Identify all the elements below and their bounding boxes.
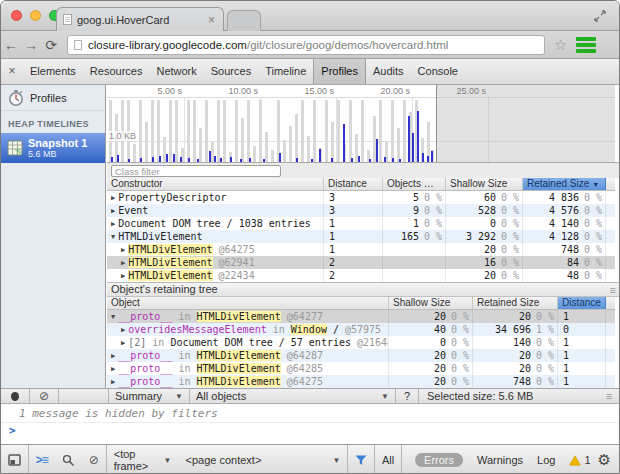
close-window-button[interactable]: [11, 10, 22, 21]
allocation-bar: [422, 153, 424, 162]
table-row[interactable]: ▼__proto__ in HTMLDivElement @64277200 %…: [107, 310, 615, 323]
frame-select[interactable]: <top frame> ▼: [107, 445, 179, 474]
resize-grip-icon[interactable]: ≡: [599, 390, 619, 402]
minimize-window-button[interactable]: [30, 10, 41, 21]
search-button[interactable]: [55, 445, 82, 474]
snapshot-name: Snapshot 1: [28, 137, 87, 149]
console-prompt[interactable]: >: [1, 423, 619, 439]
heap-size-bar: [295, 114, 298, 162]
console-toggle-button[interactable]: >≡: [29, 445, 55, 474]
allocation-bar: [417, 111, 419, 162]
class-filter-input[interactable]: [111, 165, 281, 177]
sidebar-item-snapshot-1[interactable]: % Snapshot 1 5.6 MB: [1, 133, 105, 163]
filter-log[interactable]: Log: [530, 445, 562, 474]
table-row[interactable]: ▶__proto__ in HTMLDivElement @64287200 %…: [107, 349, 615, 362]
heap-size-bar: [325, 100, 328, 162]
new-tab-button[interactable]: [227, 10, 261, 31]
chart-gridline: [184, 98, 185, 162]
column-distance[interactable]: Distance▲: [558, 297, 606, 309]
heap-size-bar: [301, 100, 304, 162]
bookmark-star-icon[interactable]: ☆: [554, 37, 567, 52]
heap-size-bar: [247, 100, 250, 162]
column-constructor[interactable]: Constructor: [107, 178, 324, 190]
heap-size-bar: [241, 118, 244, 162]
tab-elements[interactable]: Elements: [23, 59, 83, 84]
table-row[interactable]: ▶__proto__ in HTMLDivElement @64275200 %…: [107, 375, 615, 388]
table-row[interactable]: ▶HTMLDivElement @224342200 %480 %: [107, 269, 615, 282]
column-distance[interactable]: Distance: [324, 178, 383, 190]
column-object[interactable]: Object: [107, 297, 389, 309]
tab-audits[interactable]: Audits: [366, 59, 411, 84]
dock-side-button[interactable]: [1, 445, 28, 474]
heap-size-bar: [199, 128, 202, 162]
column-shallow-size[interactable]: Shallow Size: [389, 297, 473, 309]
clear-console-button[interactable]: ⊘: [82, 445, 106, 474]
ruler-tick-label: 10.00 s: [198, 86, 258, 96]
resize-grip-icon[interactable]: ≡: [610, 284, 616, 297]
view-mode-select[interactable]: Summary ▼: [109, 389, 189, 403]
tab-sources[interactable]: Sources: [204, 59, 258, 84]
forward-button[interactable]: →: [21, 35, 41, 55]
sort-descending-icon: ▼: [592, 181, 599, 188]
chevron-down-icon: ▼: [164, 456, 172, 465]
fullscreen-arrows-icon[interactable]: [593, 9, 607, 23]
url-domain: closure-library.googlecode.com: [88, 39, 247, 51]
column-objects[interactable]: Objects …: [383, 178, 446, 190]
heap-size-bar: [265, 132, 268, 162]
tab-console[interactable]: Console: [411, 59, 465, 84]
search-icon: [62, 454, 75, 467]
page-favicon-icon: [63, 14, 72, 25]
chrome-menu-icon[interactable]: [576, 37, 596, 53]
tab-profiles[interactable]: Profiles: [313, 59, 366, 84]
table-row[interactable]: ▶overridesMessageElement in Window / @57…: [107, 323, 615, 336]
context-select[interactable]: <page context> ▼: [178, 445, 347, 474]
objects-filter-select[interactable]: All objects ▼: [190, 389, 395, 403]
tab-resources[interactable]: Resources: [83, 59, 150, 84]
heap-size-bar: [307, 136, 310, 162]
heap-size-bar: [349, 100, 352, 162]
heap-size-bar: [259, 100, 262, 162]
devtools-close-icon[interactable]: ×: [1, 59, 23, 84]
table-row[interactable]: ▶HTMLDivElement @629412160 %840 %: [107, 256, 615, 269]
table-row[interactable]: ▶Document DOM tree / 1038 entries110 %00…: [107, 217, 615, 230]
allocation-bar: [117, 155, 119, 162]
filter-all[interactable]: All: [375, 445, 401, 474]
reload-button[interactable]: ⟳: [41, 35, 61, 55]
table-row[interactable]: ▶HTMLDivElement @642751200 %7480 %: [107, 243, 615, 256]
back-button[interactable]: ←: [1, 35, 21, 55]
heap-size-bar: [193, 100, 196, 162]
funnel-filter-icon: [355, 455, 367, 466]
table-row[interactable]: ▶PropertyDescriptor350 %600 %4 8360 %: [107, 191, 615, 204]
heap-size-bar: [283, 140, 286, 162]
filter-warnings[interactable]: Warnings: [470, 445, 530, 474]
table-row[interactable]: ▶[2] in Document DOM tree / 57 entries @…: [107, 336, 615, 349]
settings-gear-icon[interactable]: ⚙: [598, 451, 619, 469]
column-shallow-size[interactable]: Shallow Size: [446, 178, 523, 190]
help-button[interactable]: ?: [396, 389, 418, 403]
stopwatch-icon: [7, 89, 25, 107]
browser-tab[interactable]: goog.ui.HoverCard ×: [56, 7, 224, 31]
url-bar[interactable]: closure-library.googlecode.com /git/clos…: [67, 35, 545, 55]
tab-network[interactable]: Network: [149, 59, 203, 84]
filter-errors[interactable]: Errors: [408, 445, 470, 474]
profiles-statusbar: ⊘ Summary ▼ All objects ▼ ? Selected siz…: [1, 388, 619, 404]
hidden-messages-notice: 1 message is hidden by filters: [1, 405, 619, 423]
sidebar-item-profiles[interactable]: Profiles: [1, 85, 105, 111]
browser-window: goog.ui.HoverCard × ← → ⟳ closure-librar…: [0, 0, 620, 474]
svg-text:%: %: [15, 148, 22, 156]
table-row[interactable]: ▶__proto__ in HTMLDivElement @64285200 %…: [107, 362, 615, 375]
heap-size-bar: [151, 100, 154, 162]
tab-timeline[interactable]: Timeline: [258, 59, 313, 84]
table-row[interactable]: ▶Event390 %5280 %4 5760 %: [107, 204, 615, 217]
warning-count-badge[interactable]: 1: [562, 445, 597, 474]
table-row[interactable]: ▼HTMLDivElement11650 %3 2920 %4 1280 %: [107, 230, 615, 243]
column-retained-size[interactable]: Retained Size▼: [523, 178, 606, 190]
retaining-tree-title: Object's retaining tree: [111, 283, 218, 295]
record-button[interactable]: [1, 389, 29, 403]
column-retained-size[interactable]: Retained Size: [473, 297, 558, 309]
tab-close-icon[interactable]: ×: [206, 13, 217, 27]
filter-button[interactable]: [348, 445, 374, 474]
timeline-overlay[interactable]: [436, 85, 615, 162]
heap-size-bar: [133, 144, 136, 162]
clear-profiles-button[interactable]: ⊘: [30, 389, 58, 403]
